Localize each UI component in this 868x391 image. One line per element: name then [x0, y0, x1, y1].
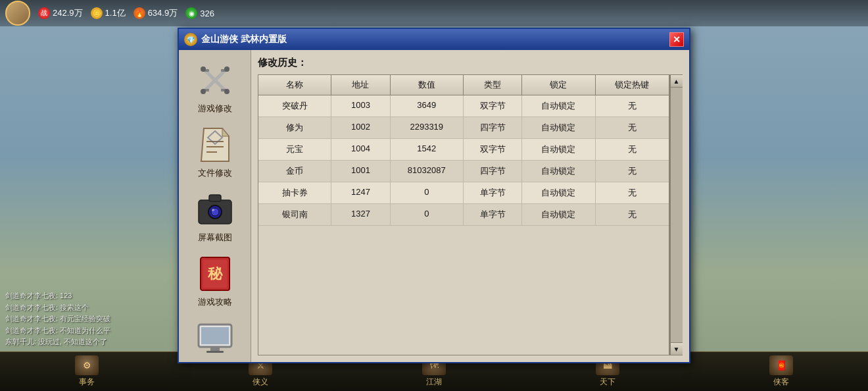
- th-hotkey: 锁定热键: [596, 75, 669, 95]
- file-modify-icon: [195, 125, 235, 165]
- scroll-down-button[interactable]: ▼: [670, 342, 683, 355]
- table-header: 名称 地址 数值 类型 锁定 锁定热键: [258, 75, 669, 95]
- dialog-body: 游戏修改 文件修改: [179, 50, 689, 362]
- th-value: 数值: [391, 75, 464, 95]
- td-hotkey-3: 无: [596, 161, 669, 182]
- sidebar-btn-file-modify[interactable]: 文件修改: [185, 121, 245, 183]
- data-table: 名称 地址 数值 类型 锁定 锁定热键 突破丹 1003 3649: [258, 74, 669, 355]
- td-hotkey-2: 无: [596, 139, 669, 160]
- td-val-1: 2293319: [391, 117, 464, 138]
- td-type-3: 四字节: [464, 161, 522, 182]
- svg-rect-27: [206, 351, 224, 353]
- file-modify-label: 文件修改: [198, 167, 232, 179]
- strategy-icon: 秘: [195, 254, 235, 294]
- td-val-0: 3649: [391, 95, 464, 117]
- td-name-4: 抽卡券: [258, 182, 331, 203]
- th-name: 名称: [258, 75, 331, 95]
- th-type: 类型: [464, 75, 522, 95]
- scroll-track[interactable]: [670, 88, 683, 342]
- td-addr-2: 1004: [331, 139, 390, 160]
- dialog-titlebar: 💎 金山游侠 武林内置版 ✕: [179, 29, 689, 50]
- td-val-2: 1542: [391, 139, 464, 160]
- scrollbar: ▲ ▼: [669, 74, 683, 355]
- td-addr-4: 1247: [331, 182, 390, 203]
- sidebar-btn-screenshot[interactable]: 屏幕截图: [185, 186, 245, 248]
- dialog-title-icon: 💎: [184, 33, 197, 46]
- td-lock-0: 自动锁定: [522, 95, 595, 117]
- td-hotkey-1: 无: [596, 117, 669, 138]
- table-row[interactable]: 银司南 1327 0 单字节 自动锁定 无: [258, 204, 669, 226]
- td-val-3: 81032087: [391, 161, 464, 182]
- td-addr-1: 1002: [331, 117, 390, 138]
- table-row[interactable]: 抽卡券 1247 0 单字节 自动锁定 无: [258, 182, 669, 204]
- td-lock-5: 自动锁定: [522, 204, 595, 225]
- th-lock: 锁定: [522, 75, 595, 95]
- table-body: 突破丹 1003 3649 双字节 自动锁定 无 修为 1002 2293319: [258, 95, 669, 355]
- game-modify-icon: [195, 61, 235, 100]
- svg-text:秘: 秘: [207, 265, 223, 282]
- svg-rect-17: [209, 195, 221, 201]
- sidebar-btn-monitor[interactable]: [185, 315, 245, 362]
- td-name-1: 修为: [258, 117, 331, 138]
- main-dialog: 💎 金山游侠 武林内置版 ✕: [178, 28, 690, 363]
- td-addr-0: 1003: [331, 95, 390, 117]
- screenshot-icon: [195, 190, 235, 229]
- table-row[interactable]: 金币 1001 81032087 四字节 自动锁定 无: [258, 161, 669, 182]
- td-val-5: 0: [391, 204, 464, 225]
- svg-point-6: [201, 89, 206, 94]
- td-val-4: 0: [391, 182, 464, 203]
- strategy-label: 游戏攻略: [198, 296, 232, 308]
- sidebar-btn-game-modify[interactable]: 游戏修改: [185, 57, 245, 118]
- td-name-3: 金币: [258, 161, 331, 182]
- dialog-title-text: 金山游侠 武林内置版: [201, 34, 665, 45]
- td-type-4: 单字节: [464, 182, 522, 203]
- table-row[interactable]: 元宝 1004 1542 双字节 自动锁定 无: [258, 139, 669, 161]
- svg-point-8: [224, 89, 229, 94]
- td-name-0: 突破丹: [258, 95, 331, 117]
- svg-point-9: [201, 66, 206, 72]
- dialog-sidebar: 游戏修改 文件修改: [179, 50, 251, 362]
- table-row[interactable]: 突破丹 1003 3649 双字节 自动锁定 无: [258, 95, 669, 117]
- td-name-2: 元宝: [258, 139, 331, 160]
- td-lock-4: 自动锁定: [522, 182, 595, 203]
- td-lock-3: 自动锁定: [522, 161, 595, 182]
- section-title: 修改历史：: [258, 57, 683, 69]
- svg-marker-11: [222, 128, 229, 136]
- td-lock-2: 自动锁定: [522, 139, 595, 160]
- scroll-up-button[interactable]: ▲: [670, 74, 683, 88]
- svg-point-20: [212, 209, 214, 211]
- svg-point-7: [224, 66, 229, 72]
- table-row[interactable]: 修为 1002 2293319 四字节 自动锁定 无: [258, 117, 669, 139]
- td-hotkey-5: 无: [596, 204, 669, 225]
- td-hotkey-0: 无: [596, 95, 669, 117]
- svg-rect-25: [201, 327, 229, 344]
- td-type-5: 单字节: [464, 204, 522, 225]
- td-lock-1: 自动锁定: [522, 117, 595, 138]
- dialog-main: 修改历史： 名称 地址 数值 类型 锁定 锁定热键: [251, 50, 689, 362]
- svg-rect-26: [210, 347, 220, 351]
- td-hotkey-4: 无: [596, 182, 669, 203]
- dialog-overlay: 💎 金山游侠 武林内置版 ✕: [0, 0, 868, 391]
- screenshot-label: 屏幕截图: [198, 232, 232, 244]
- td-name-5: 银司南: [258, 204, 331, 225]
- dialog-close-button[interactable]: ✕: [669, 32, 684, 47]
- td-addr-5: 1327: [331, 204, 390, 225]
- th-address: 地址: [331, 75, 390, 95]
- td-type-1: 四字节: [464, 117, 522, 138]
- td-type-0: 双字节: [464, 95, 522, 117]
- game-modify-label: 游戏修改: [198, 103, 232, 115]
- td-addr-3: 1001: [331, 161, 390, 182]
- sidebar-btn-strategy[interactable]: 秘 游戏攻略: [185, 250, 245, 312]
- monitor-icon: [195, 319, 235, 358]
- td-type-2: 双字节: [464, 139, 522, 160]
